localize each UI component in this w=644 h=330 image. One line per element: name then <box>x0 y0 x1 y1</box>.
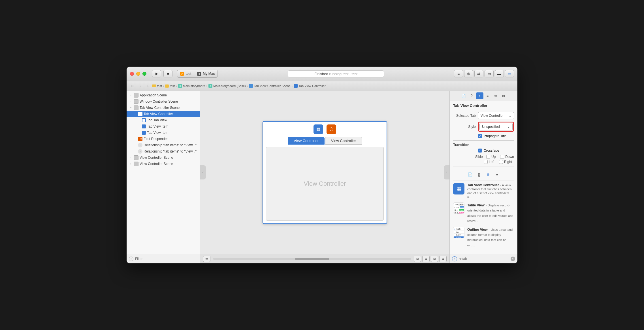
rp-help-icon[interactable]: ? <box>468 92 475 99</box>
disclosure-window-scene[interactable]: › <box>129 100 133 103</box>
breadcrumb-tab-vc-scene[interactable]: Tab View Controller Scene <box>249 84 290 88</box>
storyboard-scene: ▦ ⬡ View Controller View Controller View… <box>263 121 387 224</box>
slide-down-group: Down <box>500 155 514 159</box>
scheme-device-button[interactable]: ▮ My Mac <box>194 70 218 78</box>
layout-3-button[interactable]: ▭ <box>505 70 514 77</box>
scene-grid-btn[interactable]: ⊞ <box>439 256 447 262</box>
scene-tabvc-icon[interactable]: ▦ <box>314 124 323 134</box>
sidebar-item-tab-vc[interactable]: › ▦ Tab View Controller <box>127 111 200 117</box>
crossfade-checkbox[interactable]: ✓ <box>478 149 482 153</box>
breadcrumb-test-project[interactable]: test <box>152 84 162 88</box>
rp-file-icon[interactable]: 📄 <box>460 92 468 99</box>
library-outline-icon: ▸ Matt Jon Kelly Chris <box>453 227 464 238</box>
tab-scene-label: Tab View Controller Scene <box>140 106 180 110</box>
propagate-title-checkbox[interactable]: ✓ <box>478 134 482 138</box>
app-scene-label: Application Scene <box>140 93 167 97</box>
sidebar-item-vc-scene-2[interactable]: › View Controller Scene <box>127 161 200 167</box>
tab-icon-circle[interactable]: ⊕ <box>484 171 492 178</box>
canvas-content: ‹ › ▦ ⬡ View Controller View Controller … <box>200 91 449 254</box>
disclosure-app-scene[interactable]: › <box>129 93 133 97</box>
collapse-left-button[interactable]: ‹ <box>200 165 206 179</box>
down-checkbox[interactable] <box>500 155 504 159</box>
right-checkbox[interactable] <box>499 160 503 164</box>
propagate-title-label: Propagate Title <box>484 134 507 138</box>
breadcrumb-tab-vc[interactable]: Tab View Controller <box>294 84 325 88</box>
vc-scene-1-icon <box>134 155 138 160</box>
horizontal-scrollbar[interactable] <box>213 258 411 260</box>
filter-input[interactable] <box>135 257 198 261</box>
scene-box-icon[interactable]: ⬡ <box>327 124 336 134</box>
breadcrumb-main-storyboard-base[interactable]: S Main.storyboard (Base) <box>208 84 246 88</box>
tab-button-1[interactable]: View Controller <box>288 137 325 145</box>
scene-placeholder: View Controller <box>304 180 346 187</box>
sidebar-item-window-controller-scene[interactable]: › Window Controller Scene <box>127 98 200 105</box>
rp-list-icon[interactable]: ≡ <box>484 92 491 99</box>
breadcrumb-test-group[interactable]: test <box>165 84 175 88</box>
sidebar-item-top-tab-view[interactable]: Top Tab View <box>127 117 200 123</box>
rp-size-icon[interactable]: ⊞ <box>500 92 507 99</box>
rp-connect-icon[interactable]: ⊕ <box>492 92 499 99</box>
divider-1 <box>453 140 514 141</box>
disclosure-vc-scene-1[interactable]: › <box>129 156 133 160</box>
disclosure-vc-scene-2[interactable]: › <box>129 162 133 166</box>
scheme-selector: A test ▮ My Mac <box>177 70 218 78</box>
selected-tab-dropdown[interactable]: View Controller ⌄ <box>478 112 514 119</box>
assistant-editor-button[interactable]: ⇄ <box>474 70 483 77</box>
stop-button[interactable]: ■ <box>163 70 172 77</box>
scene-zoom-btn[interactable]: ⊞ <box>422 256 430 262</box>
tab-icon-doc[interactable]: 📄 <box>466 171 474 178</box>
outline-row-matt: ▸ Matt <box>454 228 464 231</box>
slide-row: Slide Up Down <box>453 155 514 159</box>
layout-button[interactable]: ▭ <box>485 70 494 77</box>
sidebar-item-tab-view-item-2[interactable]: Tab View Item <box>127 130 200 136</box>
scene-align-btn[interactable]: ⊟ <box>431 256 438 262</box>
back-arrow[interactable]: ‹ <box>137 83 144 89</box>
rel-2-label: Relationship "tab items" to "View..." <box>144 149 197 153</box>
minimize-button[interactable] <box>136 72 140 76</box>
sidebar-item-tab-vc-scene[interactable]: › Tab View Controller Scene <box>127 105 200 111</box>
sidebar-item-tab-view-item-1[interactable]: Tab View Item <box>127 123 200 130</box>
propagate-title-row: ✓ Propagate Title <box>453 134 514 138</box>
run-button[interactable]: ▶ <box>152 70 161 77</box>
vc-scene-2-icon <box>134 162 138 166</box>
tab-button-2[interactable]: View Controller <box>325 137 362 145</box>
style-row: Style Unspecified ⌄ <box>453 122 514 132</box>
style-dropdown[interactable]: Unspecified ⌄ <box>479 123 513 130</box>
forward-arrow[interactable]: › <box>145 83 151 89</box>
library-tabvc-text: Tab View Controller - A view controller … <box>467 183 514 199</box>
disclosure-tab-vc[interactable]: › <box>133 112 137 116</box>
sidebar-item-first-responder[interactable]: FR First Responder <box>127 136 200 142</box>
tab-icon-code[interactable]: {} <box>475 171 483 178</box>
sidebar-item-application-scene[interactable]: › Application Scene <box>127 92 200 98</box>
style-label: Style <box>453 125 476 129</box>
outline-mini: ▸ Matt Jon Kelly Chris <box>454 228 464 237</box>
disclosure-tab-scene[interactable]: › <box>129 106 133 110</box>
tab-vc-item-icon: ▦ <box>138 112 142 116</box>
scene-fit-btn[interactable]: ⊡ <box>414 256 421 262</box>
close-button[interactable] <box>130 72 134 76</box>
version-editor-button[interactable]: ⊕ <box>464 70 473 77</box>
tab-icon-list[interactable]: ≡ <box>493 171 501 178</box>
outline-row-kelly: Kelly <box>454 234 464 236</box>
scheme-name-button[interactable]: A test <box>177 70 194 78</box>
sidebar-toggle-btn[interactable]: ▭ <box>203 256 210 262</box>
navigator-grid-icon[interactable]: ⊞ <box>129 83 135 89</box>
collapse-right-button[interactable]: › <box>444 165 449 179</box>
selected-tab-label: Selected Tab <box>453 114 476 118</box>
sidebar-item-relationship-1[interactable]: ↔ Relationship "tab items" to "View..." <box>127 142 200 148</box>
breadcrumb-main-storyboard[interactable]: S Main.storyboard <box>178 84 205 88</box>
left-checkbox[interactable] <box>484 160 488 164</box>
library-search-input[interactable] <box>459 257 509 261</box>
up-checkbox[interactable] <box>486 155 490 159</box>
rp-pointer-icon[interactable]: ↑ <box>476 92 483 99</box>
sidebar-item-vc-scene-1[interactable]: › View Controller Scene <box>127 155 200 161</box>
slide-row-2: Left Right <box>453 160 514 164</box>
maximize-button[interactable] <box>142 72 146 76</box>
sidebar-item-relationship-2[interactable]: ↔ Relationship "tab items" to "View..." <box>127 148 200 155</box>
layout-2-button[interactable]: ▬ <box>495 70 504 77</box>
editor-standard-button[interactable]: ≡ <box>454 70 463 77</box>
search-clear-button[interactable]: ✕ <box>511 257 515 261</box>
library-tabvc-icon: ▦ <box>453 183 464 194</box>
right-panel-title-area: Tab View Controller <box>450 101 517 109</box>
outline-row-chris: Chris <box>454 236 464 238</box>
